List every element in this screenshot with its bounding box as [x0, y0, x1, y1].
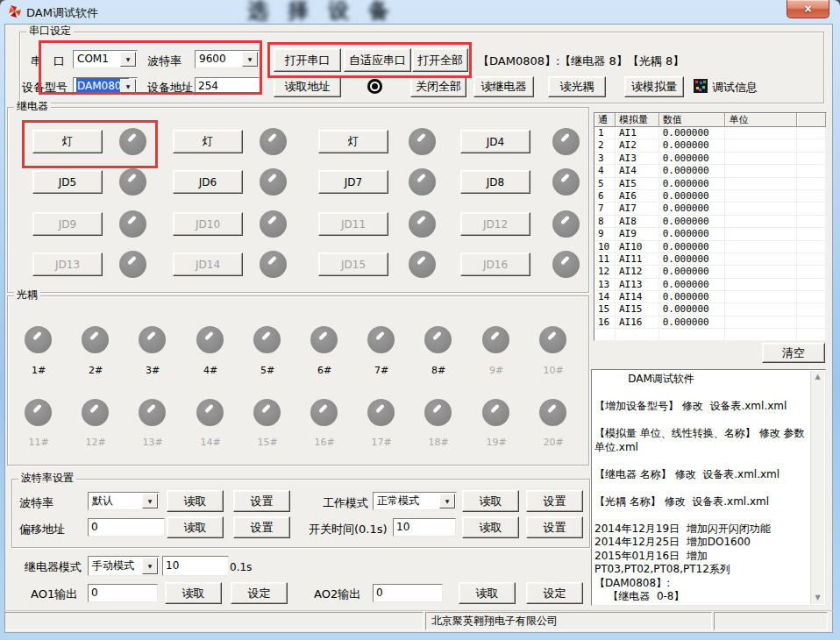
title-bar[interactable]: 选择设备 DAM调试软件 [0, 0, 840, 24]
relay-mode-time-unit: 0.1s [230, 561, 252, 573]
opto-lamp-icon-3 [139, 326, 166, 353]
relay-group-title: 继电器 [14, 100, 51, 113]
model-combobox[interactable]: DAM0808 ▼ [73, 77, 138, 96]
table-cell: 0.000000 [659, 253, 726, 265]
address-input[interactable]: 254 [195, 77, 260, 96]
relay-button-7[interactable]: JD7 [318, 170, 388, 194]
read-opto-button[interactable]: 读光耦 [548, 76, 606, 97]
read-ao1-button[interactable]: 读取 [165, 582, 222, 604]
table-row[interactable]: 10AI100.000000 [594, 241, 826, 253]
table-cell [797, 253, 826, 265]
baud2-label: 波特率 [19, 495, 53, 511]
analog-table: 通模拟量数值单位 1AI10.0000002AI20.0000003AI30.0… [594, 112, 827, 341]
table-row[interactable]: 2AI20.000000 [594, 139, 826, 152]
table-cell [797, 291, 826, 302]
ao2-label: AO2输出 [314, 587, 360, 602]
table-row[interactable]: 15AI150.000000 [594, 303, 826, 316]
table-row[interactable]: 16AI160.000000 [594, 316, 826, 329]
table-row[interactable]: 11AI110.000000 [594, 253, 826, 266]
open-all-button[interactable]: 打开全部 [412, 48, 468, 72]
relay-button-3[interactable]: 灯 [318, 130, 388, 153]
baud-combo-arrow-icon[interactable]: ▼ [242, 52, 258, 67]
table-cell: 0.000000 [659, 190, 726, 202]
adaptive-port-button[interactable]: 自适应串口 [344, 48, 411, 72]
table-row[interactable]: 5AI50.000000 [594, 178, 826, 190]
relay-button-5[interactable]: JD5 [32, 170, 103, 194]
table-row[interactable] [594, 329, 826, 341]
analog-table-col-2: 模拟量 [616, 113, 659, 127]
work-mode-label: 工作模式 [323, 495, 368, 511]
analog-table-header: 通模拟量数值单位 [594, 113, 826, 127]
opto-label-20: 20# [529, 437, 578, 448]
table-cell [725, 279, 797, 290]
set-ao1-button[interactable]: 设定 [231, 582, 288, 604]
port-combo-arrow-icon[interactable]: ▼ [120, 52, 136, 67]
table-row[interactable]: 9AI90.000000 [594, 228, 826, 240]
read-baud-button[interactable]: 读取 [167, 490, 224, 512]
table-cell [594, 329, 616, 340]
relay-mode-combo-arrow-icon[interactable]: ▼ [142, 558, 158, 574]
relay-button-6[interactable]: JD6 [173, 170, 243, 194]
clear-button[interactable]: 清空 [762, 343, 825, 363]
app-window: 选择设备 DAM调试软件 × 串口设定 串 口 COM1 ▼ 波特率 9600 … [0, 0, 840, 640]
table-row[interactable]: 12AI120.000000 [594, 266, 826, 278]
relay-button-2[interactable]: 灯 [173, 130, 243, 153]
open-port-button[interactable]: 打开串口 [274, 48, 341, 72]
table-row[interactable]: 1AI10.000000 [594, 127, 826, 139]
work-mode-combo-arrow-icon[interactable]: ▼ [439, 494, 455, 508]
relay-mode-time-input[interactable]: 10 [162, 556, 229, 576]
relay-mode-combobox[interactable]: 手动模式 ▼ [88, 556, 160, 576]
relay-button-1[interactable]: 灯 [32, 130, 103, 153]
ao1-input[interactable]: 0 [88, 584, 158, 602]
table-cell [797, 303, 826, 315]
opto-lamp-icon-9 [482, 326, 509, 353]
opto-label-13: 13# [128, 437, 177, 448]
table-row[interactable]: 14AI140.000000 [594, 291, 826, 303]
close-button[interactable]: × [787, 0, 829, 18]
opto-lamp-icon-15 [253, 399, 281, 426]
table-row[interactable]: 8AI80.000000 [594, 216, 826, 228]
relay-button-8[interactable]: JD8 [460, 170, 530, 194]
switch-time-label: 开关时间(0.1s) [309, 522, 388, 537]
set-ao2-button[interactable]: 设定 [526, 582, 583, 604]
close-all-button[interactable]: 关闭全部 [410, 76, 466, 97]
baud2-combobox[interactable]: 默认 ▼ [88, 492, 160, 510]
set-offset-button[interactable]: 设置 [233, 516, 290, 538]
read-address-button[interactable]: 读取地址 [274, 76, 341, 97]
read-switch-time-button[interactable]: 读取 [462, 516, 519, 538]
set-switch-time-button[interactable]: 设置 [526, 516, 583, 538]
offset-input[interactable]: 0 [88, 518, 165, 537]
baud2-combo-arrow-icon[interactable]: ▼ [142, 494, 158, 508]
opto-label-15: 15# [243, 437, 292, 448]
port-combobox[interactable]: COM1 ▼ [73, 50, 138, 68]
table-cell: 12 [594, 266, 616, 277]
baud-label: 波特率 [147, 53, 182, 69]
scroll-down-icon[interactable]: ▼ [811, 592, 824, 604]
set-work-mode-button[interactable]: 设置 [526, 490, 583, 512]
table-row[interactable]: 7AI70.000000 [594, 203, 826, 215]
window-title: DAM调试软件 [26, 5, 98, 21]
relay-button-4[interactable]: JD4 [460, 130, 530, 153]
read-analog-button[interactable]: 读模拟量 [624, 76, 684, 97]
set-baud-button[interactable]: 设置 [233, 490, 290, 512]
read-ao2-button[interactable]: 读取 [459, 582, 516, 604]
switch-time-input[interactable]: 10 [393, 518, 456, 537]
table-row[interactable]: 6AI60.000000 [594, 190, 826, 203]
ao2-input[interactable]: 0 [373, 584, 443, 602]
work-mode-combobox[interactable]: 正常模式 ▼ [373, 492, 457, 510]
info-panel-scrollbar[interactable]: ▲ ▼ [810, 371, 824, 604]
read-work-mode-button[interactable]: 读取 [462, 490, 519, 512]
relay-lamp-icon-7 [409, 168, 436, 196]
debug-info-label[interactable]: 调试信息 [712, 80, 758, 96]
baud-combobox[interactable]: 9600 ▼ [195, 50, 260, 68]
scroll-up-icon[interactable]: ▲ [811, 371, 824, 383]
table-row[interactable]: 13AI130.000000 [594, 279, 826, 291]
relay-mode-label: 继电器模式 [25, 559, 82, 575]
table-cell: 5 [594, 178, 616, 189]
table-row[interactable]: 3AI30.000000 [594, 153, 826, 165]
read-relay-button[interactable]: 读继电器 [473, 76, 534, 97]
read-offset-button[interactable]: 读取 [167, 516, 224, 538]
table-row[interactable]: 4AI40.000000 [594, 165, 826, 177]
analog-table-col-1: 通 [594, 113, 616, 127]
model-combo-arrow-icon[interactable]: ▼ [120, 79, 136, 94]
